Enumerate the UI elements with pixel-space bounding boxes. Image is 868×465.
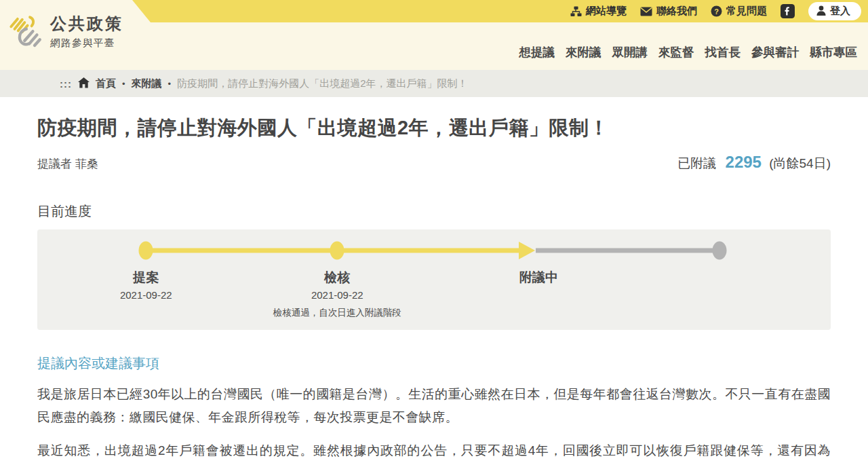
- breadcrumb-current: 防疫期間，請停止對海外國人「出境超過2年，遷出戶籍」限制！: [177, 77, 467, 90]
- main-content: 防疫期間，請停止對海外國人「出境超過2年，遷出戶籍」限制！ 提議者 菲桑 已附議…: [0, 115, 868, 465]
- step-note-review: 檢核通過，自次日進入附議階段: [273, 307, 401, 319]
- proposer-label: 提議者: [37, 157, 72, 170]
- nav-item-supervise[interactable]: 來監督: [658, 44, 694, 60]
- sitemap-icon: [570, 6, 582, 17]
- timeline-dot-end: [713, 242, 727, 260]
- sitemap-link[interactable]: 網站導覽: [570, 5, 627, 18]
- endorse-info: 已附議 2295 (尚餘54日): [677, 153, 831, 172]
- accessibility-anchor[interactable]: :::: [60, 78, 72, 90]
- nav-item-county[interactable]: 縣市專區: [810, 44, 857, 60]
- progress-timeline: 提案 2021-09-22 檢核 2021-09-22 檢核通過，自次日進入附議…: [37, 229, 831, 330]
- proposer-info: 提議者 菲桑: [37, 156, 98, 172]
- utility-nav: 網站導覽 聯絡我們 ? 常見問題: [570, 0, 861, 22]
- proposal-paragraph-1: 我是旅居日本已經30年以上的台灣國民（唯一的國籍是台灣）。生活的重心雖然在日本，…: [37, 383, 831, 429]
- nav-item-audit[interactable]: 參與審計: [751, 44, 799, 60]
- breadcrumb-separator: •: [122, 79, 125, 89]
- step-label-proposal: 提案: [133, 269, 159, 286]
- home-icon[interactable]: [78, 77, 90, 90]
- nav-item-endorse[interactable]: 來附議: [566, 44, 601, 60]
- faq-link[interactable]: ? 常見問題: [711, 5, 767, 18]
- login-button[interactable]: 登入: [808, 2, 861, 20]
- nav-item-mayor[interactable]: 找首長: [705, 44, 741, 60]
- timeline-dot-step2: [330, 242, 344, 260]
- step-label-endorsing: 附議中: [519, 269, 558, 286]
- section-heading: 提議內容或建議事項: [37, 354, 831, 373]
- mail-icon: [640, 7, 652, 16]
- endorse-label: 已附議: [677, 156, 716, 170]
- main-nav: 想提議 來附議 眾開講 來監督 找首長 參與審計 縣市專區: [519, 44, 858, 60]
- facebook-link[interactable]: [781, 4, 795, 18]
- timeline-arrow-icon: [519, 242, 535, 259]
- user-icon: [816, 5, 826, 18]
- site-logo[interactable]: 公共政策 網路參與平臺: [8, 11, 123, 56]
- breadcrumb-section[interactable]: 來附議: [132, 77, 162, 90]
- timeline-dot-step1: [139, 242, 153, 260]
- breadcrumb-home[interactable]: 首頁: [96, 77, 116, 90]
- breadcrumb: ::: 首頁 • 來附議 • 防疫期間，請停止對海外國人「出境超過2年，遷出戶籍…: [0, 70, 868, 97]
- progress-heading: 目前進度: [37, 202, 831, 221]
- svg-text:?: ?: [714, 7, 719, 16]
- timeline-pending-bar: [536, 248, 719, 253]
- step-date-review: 2021-09-22: [311, 289, 363, 301]
- days-remaining: (尚餘54日): [769, 156, 831, 170]
- breadcrumb-separator: •: [168, 79, 172, 89]
- question-icon: ?: [711, 5, 722, 17]
- faq-label: 常見問題: [726, 5, 767, 18]
- brand-title: 公共政策: [50, 14, 123, 34]
- site-header: 公共政策 網路參與平臺 網站導覽 聯絡我們: [0, 0, 868, 70]
- login-label: 登入: [830, 5, 850, 18]
- sitemap-label: 網站導覽: [586, 5, 627, 18]
- proposal-title: 防疫期間，請停止對海外國人「出境超過2年，遷出戶籍」限制！: [37, 115, 831, 142]
- platform-logo-icon: [8, 11, 43, 56]
- proposer-name: 菲桑: [75, 157, 98, 170]
- nav-item-talk[interactable]: 眾開講: [612, 44, 648, 60]
- step-date-proposal: 2021-09-22: [120, 289, 172, 301]
- proposal-paragraph-2: 最近知悉，出境超過2年戶籍會被遷出的規定。雖然根據內政部的公告，只要不超過4年，…: [37, 439, 831, 465]
- contact-label: 聯絡我們: [656, 5, 697, 18]
- endorse-count: 2295: [726, 153, 762, 171]
- contact-link[interactable]: 聯絡我們: [640, 5, 697, 18]
- step-label-review: 檢核: [324, 269, 350, 286]
- nav-item-propose[interactable]: 想提議: [519, 44, 555, 60]
- proposal-meta: 提議者 菲桑 已附議 2295 (尚餘54日): [37, 153, 831, 172]
- brand-subtitle: 網路參與平臺: [50, 37, 123, 50]
- facebook-icon: [781, 4, 795, 18]
